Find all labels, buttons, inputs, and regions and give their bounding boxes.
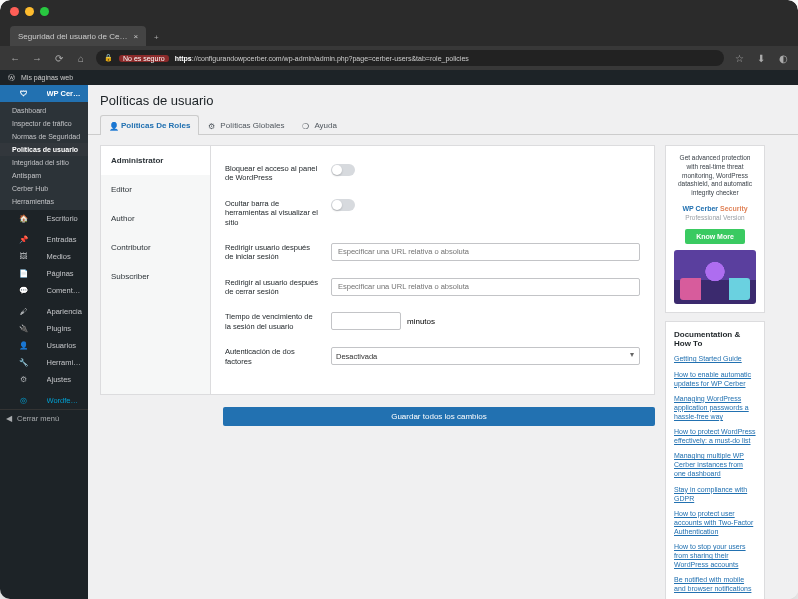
home-icon[interactable]: ⌂ [74, 53, 88, 64]
sliders-icon: ⚙ [6, 375, 42, 384]
sidebar-item-dashboard[interactable]: 🏠Escritorio [0, 210, 88, 227]
close-dot[interactable] [10, 7, 19, 16]
gauge-icon: 🏠 [6, 214, 42, 223]
page-icon: 📄 [6, 269, 42, 278]
role-policies-card: Administrator Editor Author Contributor … [100, 145, 655, 395]
know-more-button[interactable]: Know More [685, 229, 745, 244]
form-label: Ocultar barra de herramientas al visuali… [225, 199, 319, 227]
redirect-login-input[interactable] [331, 243, 640, 261]
role-item[interactable]: Administrator [101, 146, 210, 175]
submenu-item[interactable]: Integridad del sitio [0, 156, 88, 169]
form-label: Autenticación de dos factores [225, 347, 319, 366]
docs-heading: Documentation & How To [674, 330, 756, 348]
address-bar[interactable]: 🔒 No es seguro https://configurandowpcer… [96, 50, 724, 66]
submenu-item[interactable]: Antispam [0, 169, 88, 182]
session-expire-unit: minutos [407, 317, 435, 326]
sidebar-item-media[interactable]: 🖼Medios [0, 248, 88, 265]
media-icon: 🖼 [6, 252, 42, 261]
sliders-icon: ⚙ [208, 122, 216, 130]
collapse-menu[interactable]: ◀Cerrar menú [0, 409, 88, 427]
session-expire-input[interactable] [331, 312, 401, 330]
docs-link[interactable]: How to enable automatic updates for WP C… [674, 370, 756, 388]
sidebar-item-plugins[interactable]: 🔌Plugins [0, 320, 88, 337]
reload-icon[interactable]: ⟳ [52, 53, 66, 64]
main-content: Políticas de usuario 👤 Políticas De Role… [88, 85, 798, 599]
profile-icon[interactable]: ◐ [776, 53, 790, 64]
promo-card: Get advanced protection with real-time t… [665, 145, 765, 313]
submenu-item[interactable]: Inspector de tráfico [0, 117, 88, 130]
user-icon: 👤 [6, 341, 42, 350]
role-item[interactable]: Contributor [101, 233, 210, 262]
block-access-toggle[interactable] [331, 164, 355, 176]
sidebar-item-wpcerber[interactable]: 🛡 WP Cerber [0, 85, 88, 102]
sidebar-item-wordfence[interactable]: ◎Wordfence [0, 392, 88, 409]
wrench-icon: 🔧 [6, 358, 42, 367]
window-titlebar [0, 0, 798, 22]
subtab-bar: 👤 Políticas De Roles ⚙ Políticas Globale… [88, 114, 798, 135]
save-button[interactable]: Guardar todos los cambios [223, 407, 655, 426]
sidebar-item-comments[interactable]: 💬Comentarios [0, 282, 88, 299]
wordpress-icon[interactable]: ⓦ [8, 73, 15, 83]
submenu-item[interactable]: Dashboard [0, 104, 88, 117]
close-icon[interactable]: × [133, 32, 138, 41]
form-label: Redirigir usuario después de iniciar ses… [225, 243, 319, 262]
collapse-icon: ◀ [6, 414, 12, 423]
aside: Get advanced protection with real-time t… [665, 145, 765, 587]
docs-link[interactable]: Stay in compliance with GDPR [674, 485, 756, 503]
wp-adminbar: ⓦ Mis páginas web [0, 70, 798, 85]
docs-link[interactable]: How to stop your users from sharing thei… [674, 542, 756, 569]
sidebar-item-appearance[interactable]: 🖌Apariencia [0, 303, 88, 320]
role-item[interactable]: Editor [101, 175, 210, 204]
promo-logo: WP Cerber Security [674, 204, 756, 213]
sidebar-submenu: Dashboard Inspector de tráfico Normas de… [0, 102, 88, 210]
sidebar-item-tools[interactable]: 🔧Herramientas [0, 354, 88, 371]
back-icon[interactable]: ← [8, 53, 22, 64]
tab-help[interactable]: ❍ Ayuda [293, 115, 346, 135]
sidebar-item-pages[interactable]: 📄Páginas [0, 265, 88, 282]
submenu-item[interactable]: Herramientas [0, 195, 88, 208]
form-label: Tiempo de vencimiento de la sesión del u… [225, 312, 319, 331]
docs-link[interactable]: How to protect user accounts with Two-Fa… [674, 509, 756, 536]
docs-link[interactable]: How to protect WordPress effectively: a … [674, 427, 756, 445]
submenu-item[interactable]: Cerber Hub [0, 182, 88, 195]
download-icon[interactable]: ⬇ [754, 53, 768, 64]
minimize-dot[interactable] [25, 7, 34, 16]
browser-tab-title: Seguridad del usuario de Ce… [18, 32, 127, 41]
page-title: Políticas de usuario [88, 85, 798, 114]
submenu-item[interactable]: Normas de Seguridad [0, 130, 88, 143]
new-tab-icon[interactable]: + [146, 33, 167, 46]
insecure-badge: No es seguro [119, 55, 169, 62]
lock-icon: 🔒 [104, 54, 113, 62]
two-factor-select[interactable]: Desactivada [331, 347, 640, 365]
promo-illustration [674, 250, 756, 304]
life-ring-icon: ❍ [302, 122, 310, 130]
role-item[interactable]: Author [101, 204, 210, 233]
browser-tabstrip: Seguridad del usuario de Ce… × + [0, 22, 798, 46]
forward-icon[interactable]: → [30, 53, 44, 64]
redirect-logout-input[interactable] [331, 278, 640, 296]
tab-global-policies[interactable]: ⚙ Políticas Globales [199, 115, 293, 135]
submenu-item[interactable]: Políticas de usuario [0, 143, 88, 156]
role-item[interactable]: Subscriber [101, 262, 210, 291]
sidebar-item-users[interactable]: 👤Usuarios [0, 337, 88, 354]
browser-tab[interactable]: Seguridad del usuario de Ce… × [10, 26, 146, 46]
shield-icon: 🛡 [6, 89, 42, 98]
user-icon: 👤 [109, 122, 117, 130]
docs-link[interactable]: Be notified with mobile and browser noti… [674, 575, 756, 593]
zoom-dot[interactable] [40, 7, 49, 16]
sidebar-item-label: WP Cerber [47, 89, 83, 98]
plug-icon: 🔌 [6, 324, 42, 333]
hide-toolbar-toggle[interactable] [331, 199, 355, 211]
tab-role-policies[interactable]: 👤 Políticas De Roles [100, 115, 199, 135]
shield-icon: ◎ [6, 396, 42, 405]
docs-link[interactable]: Getting Started Guide [674, 354, 756, 363]
docs-link[interactable]: Managing multiple WP Cerber instances fr… [674, 451, 756, 478]
sidebar-item-settings[interactable]: ⚙Ajustes [0, 371, 88, 388]
star-icon[interactable]: ☆ [732, 53, 746, 64]
docs-link[interactable]: Managing WordPress application passwords… [674, 394, 756, 421]
my-sites-label[interactable]: Mis páginas web [21, 74, 73, 81]
comment-icon: 💬 [6, 286, 42, 295]
sidebar-item-posts[interactable]: 📌Entradas [0, 231, 88, 248]
pin-icon: 📌 [6, 235, 42, 244]
form-label: Redirigir al usuario después de cerrar s… [225, 278, 319, 297]
